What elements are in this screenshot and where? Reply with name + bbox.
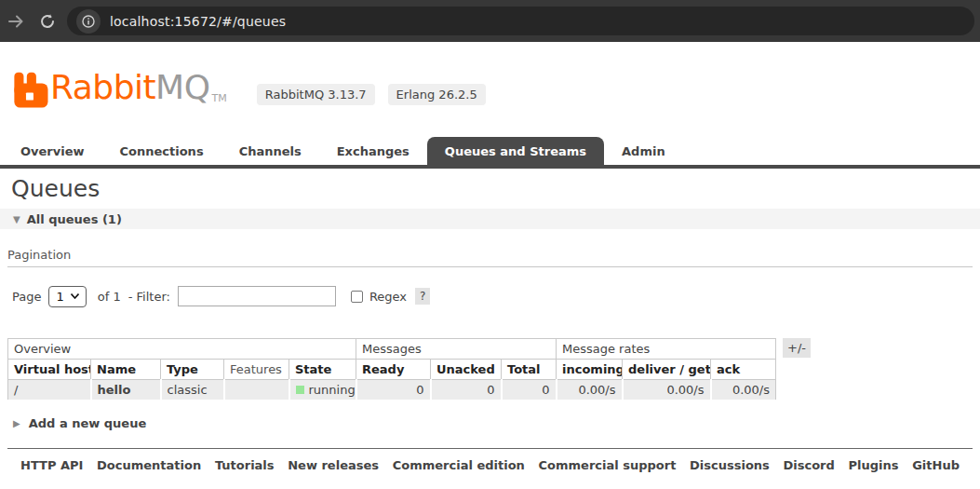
pagination-heading: Pagination: [7, 248, 973, 267]
column-toggle-button[interactable]: +/-: [783, 338, 811, 358]
version-badges: RabbitMQ 3.13.7 Erlang 26.2.5: [257, 84, 486, 105]
rabbitmq-version-badge: RabbitMQ 3.13.7: [257, 84, 375, 105]
chevron-down-icon: ▼: [13, 214, 20, 224]
pagination-controls: Page 1 of 1 - Filter: Regex ?: [12, 285, 980, 307]
footer-link-http-api[interactable]: HTTP API: [20, 458, 83, 472]
app-header: RabbitMQ TM RabbitMQ 3.13.7 Erlang 26.2.…: [0, 42, 980, 110]
all-queues-section-label: All queues (1): [27, 212, 122, 226]
cell-virtual-host: /: [8, 380, 91, 401]
page-select-value: 1: [56, 290, 63, 304]
col-incoming[interactable]: incoming: [557, 360, 623, 380]
queues-table-area: Overview Messages Message rates Virtual …: [7, 338, 980, 401]
running-state-icon: [296, 386, 304, 394]
select-chevron-icon: [71, 293, 79, 299]
cell-state: running: [289, 380, 356, 401]
table-row: / hello classic running 0 0 0 0.00/s 0.0…: [8, 380, 776, 401]
footer-link-plugins[interactable]: Plugins: [849, 458, 899, 472]
col-deliver-get[interactable]: deliver / get: [623, 360, 711, 380]
reload-icon[interactable]: [32, 7, 63, 35]
footer-link-discussions[interactable]: Discussions: [690, 458, 770, 472]
cell-ack: 0.00/s: [711, 380, 776, 401]
footer: HTTP API Documentation Tutorials New rel…: [7, 448, 973, 472]
logo-text-mq: MQ: [155, 68, 209, 106]
cell-deliver-get: 0.00/s: [623, 380, 711, 401]
logo-text-rabbit: Rabbit: [50, 68, 155, 106]
footer-link-tutorials[interactable]: Tutorials: [215, 458, 275, 472]
group-header-overview: Overview: [8, 339, 356, 360]
cell-queue-name[interactable]: hello: [91, 380, 161, 401]
cell-total: 0: [502, 380, 557, 401]
tab-exchanges[interactable]: Exchanges: [319, 137, 427, 165]
state-text: running: [309, 383, 356, 397]
logo-trademark: TM: [212, 92, 227, 104]
col-unacked[interactable]: Unacked: [431, 360, 502, 380]
table-column-header-row: Virtual host Name Type Features State Re…: [8, 360, 776, 380]
site-info-icon[interactable]: [76, 9, 101, 34]
col-name[interactable]: Name: [91, 360, 161, 380]
cell-incoming: 0.00/s: [557, 380, 623, 401]
queues-table: Overview Messages Message rates Virtual …: [7, 338, 776, 401]
address-bar[interactable]: localhost:15672/#/queues: [67, 7, 974, 35]
forward-icon[interactable]: [0, 7, 32, 35]
group-header-messages: Messages: [356, 339, 557, 360]
col-features: Features: [224, 360, 289, 380]
tab-connections[interactable]: Connections: [102, 137, 222, 165]
erlang-version-badge: Erlang 26.2.5: [388, 84, 486, 105]
footer-link-documentation[interactable]: Documentation: [97, 458, 201, 472]
footer-link-discord[interactable]: Discord: [784, 458, 835, 472]
main-nav: Overview Connections Channels Exchanges …: [0, 137, 980, 169]
page-select[interactable]: 1: [48, 286, 86, 307]
rabbitmq-logo-icon: [11, 71, 50, 110]
col-state[interactable]: State: [289, 360, 356, 380]
tab-queues-and-streams[interactable]: Queues and Streams: [427, 137, 604, 165]
filter-input[interactable]: [178, 286, 336, 306]
col-ready[interactable]: Ready: [356, 360, 431, 380]
footer-link-github[interactable]: GitHub: [912, 458, 960, 472]
cell-queue-type: classic: [161, 380, 224, 401]
tab-admin[interactable]: Admin: [604, 137, 683, 165]
tab-channels[interactable]: Channels: [222, 137, 319, 165]
tab-overview[interactable]: Overview: [3, 137, 102, 165]
col-total[interactable]: Total: [502, 360, 557, 380]
footer-link-commercial-support[interactable]: Commercial support: [539, 458, 677, 472]
add-queue-section-toggle[interactable]: ▶ Add a new queue: [13, 416, 980, 430]
footer-link-new-releases[interactable]: New releases: [288, 458, 379, 472]
col-ack[interactable]: ack: [711, 360, 776, 380]
page-label: Page: [12, 290, 41, 304]
page-title: Queues: [0, 169, 980, 202]
page-of-label: of 1: [98, 290, 121, 304]
cell-features: [224, 380, 289, 401]
all-queues-section-toggle[interactable]: ▼ All queues (1): [0, 209, 980, 229]
regex-checkbox[interactable]: [351, 291, 363, 303]
table-group-header-row: Overview Messages Message rates: [8, 339, 776, 360]
cell-unacked: 0: [431, 380, 502, 401]
browser-chrome: localhost:15672/#/queues: [0, 0, 980, 42]
rabbitmq-logo[interactable]: RabbitMQ TM: [11, 68, 227, 110]
add-queue-section-label: Add a new queue: [29, 416, 147, 430]
group-header-message-rates: Message rates: [557, 339, 776, 360]
regex-label: Regex: [369, 290, 407, 304]
footer-link-commercial-edition[interactable]: Commercial edition: [393, 458, 525, 472]
regex-help-button[interactable]: ?: [415, 288, 430, 305]
cell-ready: 0: [356, 380, 431, 401]
col-type[interactable]: Type: [161, 360, 224, 380]
chevron-right-icon: ▶: [13, 418, 20, 428]
filter-label: - Filter:: [128, 290, 170, 304]
col-virtual-host[interactable]: Virtual host: [8, 360, 91, 380]
url-text[interactable]: localhost:15672/#/queues: [110, 14, 286, 29]
